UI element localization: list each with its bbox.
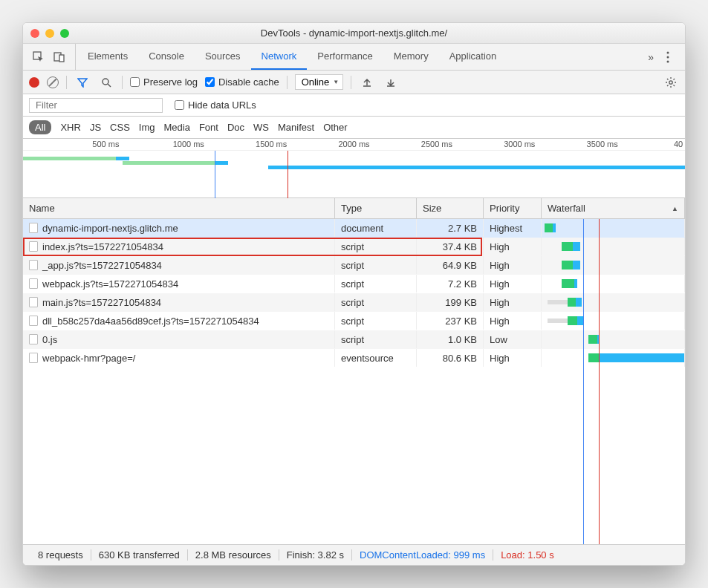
request-waterfall	[542, 238, 685, 255]
disable-cache-label: Disable cache	[218, 76, 279, 88]
filter-row: Hide data URLs	[23, 94, 685, 117]
request-type: script	[335, 238, 417, 255]
panel-tab-elements[interactable]: Elements	[77, 44, 138, 70]
request-table-header: Name Type Size Priority Waterfall▲	[23, 198, 685, 219]
request-waterfall	[542, 349, 685, 367]
type-filter-manifest[interactable]: Manifest	[278, 122, 314, 133]
panel-tab-application[interactable]: Application	[439, 44, 507, 70]
type-filter-js[interactable]: JS	[90, 122, 101, 133]
column-priority[interactable]: Priority	[484, 198, 542, 218]
type-filter-all[interactable]: All	[29, 120, 51, 134]
zoom-window-button[interactable]	[60, 29, 69, 38]
request-waterfall	[542, 219, 685, 237]
overview-bar	[23, 157, 116, 160]
request-row[interactable]: webpack-hmr?page=/eventsource80.6 KBHigh	[23, 349, 685, 368]
svg-point-5	[667, 60, 669, 62]
request-type: eventsource	[335, 349, 417, 367]
overview-bar	[268, 166, 686, 169]
request-row[interactable]: _app.js?ts=1572271054834script64.9 KBHig…	[23, 256, 685, 275]
panel-tab-network[interactable]: Network	[251, 44, 308, 70]
type-filter-font[interactable]: Font	[199, 122, 218, 133]
request-size: 80.6 KB	[417, 349, 484, 367]
type-filter-img[interactable]: Img	[139, 122, 155, 133]
request-size: 237 KB	[417, 312, 484, 330]
overview-timeline[interactable]: 500 ms1000 ms1500 ms2000 ms2500 ms3000 m…	[23, 139, 685, 198]
request-name: _app.js?ts=1572271054834	[42, 260, 162, 271]
file-icon	[29, 241, 38, 252]
type-filter-other[interactable]: Other	[323, 122, 348, 133]
request-row[interactable]: index.js?ts=1572271054834script37.4 KBHi…	[23, 238, 685, 256]
hide-data-urls-label: Hide data URLs	[188, 99, 256, 111]
request-waterfall	[542, 312, 685, 330]
more-tabs-icon[interactable]: »	[648, 51, 654, 63]
clear-icon[interactable]	[47, 76, 59, 88]
filter-input[interactable]	[29, 98, 163, 113]
throttling-select[interactable]: Online	[295, 74, 344, 90]
hide-data-urls-checkbox[interactable]: Hide data URLs	[175, 99, 256, 111]
column-name[interactable]: Name	[23, 198, 335, 218]
disable-cache-checkbox[interactable]: Disable cache	[205, 76, 279, 88]
status-load: Load: 1.50 s	[493, 549, 562, 561]
column-waterfall[interactable]: Waterfall▲	[542, 198, 685, 218]
panel-tab-memory[interactable]: Memory	[383, 44, 439, 70]
type-filter-media[interactable]: Media	[163, 122, 189, 133]
type-filter-ws[interactable]: WS	[253, 122, 269, 133]
request-priority: High	[484, 312, 542, 330]
type-filter-doc[interactable]: Doc	[227, 122, 244, 133]
ruler-tick: 500 ms	[92, 140, 119, 148]
request-size: 7.2 KB	[417, 275, 484, 293]
devtools-window: DevTools - dynamic-import-nextjs.glitch.…	[22, 22, 686, 566]
inspect-element-icon[interactable]	[30, 49, 47, 65]
request-row[interactable]: main.js?ts=1572271054834script199 KBHigh	[23, 293, 685, 312]
kebab-menu-icon[interactable]	[660, 49, 676, 65]
titlebar: DevTools - dynamic-import-nextjs.glitch.…	[23, 23, 685, 44]
close-window-button[interactable]	[30, 29, 39, 38]
panel-tab-performance[interactable]: Performance	[307, 44, 383, 70]
panel-tab-sources[interactable]: Sources	[195, 44, 251, 70]
device-toolbar-icon[interactable]	[51, 49, 68, 65]
column-type[interactable]: Type	[335, 198, 417, 218]
request-row[interactable]: dynamic-import-nextjs.glitch.medocument2…	[23, 219, 685, 238]
file-icon	[29, 353, 38, 363]
request-waterfall	[542, 275, 685, 293]
svg-point-3	[667, 51, 669, 53]
request-waterfall	[542, 293, 685, 311]
overview-dcl-line	[215, 151, 215, 198]
request-name: dll_b58c257da4aa56d89cef.js?ts=157227105…	[42, 316, 259, 327]
status-finish: Finish: 3.82 s	[279, 549, 352, 561]
request-row[interactable]: webpack.js?ts=1572271054834script7.2 KBH…	[23, 275, 685, 293]
request-table-body[interactable]: dynamic-import-nextjs.glitch.medocument2…	[23, 219, 685, 544]
column-size[interactable]: Size	[417, 198, 484, 218]
type-filter-css[interactable]: CSS	[110, 122, 130, 133]
ruler-tick: 3500 ms	[587, 140, 618, 148]
request-row[interactable]: dll_b58c257da4aa56d89cef.js?ts=157227105…	[23, 312, 685, 330]
minimize-window-button[interactable]	[45, 29, 54, 38]
svg-point-8	[669, 80, 672, 83]
window-title: DevTools - dynamic-import-nextjs.glitch.…	[30, 27, 678, 39]
search-icon[interactable]	[98, 74, 114, 91]
record-button[interactable]	[29, 77, 39, 88]
request-priority: High	[484, 275, 542, 293]
preserve-log-checkbox[interactable]: Preserve log	[130, 76, 198, 88]
overview-bar	[215, 161, 228, 165]
request-name: dynamic-import-nextjs.glitch.me	[42, 223, 178, 234]
svg-point-6	[103, 79, 108, 85]
type-filter-xhr[interactable]: XHR	[60, 122, 80, 133]
file-icon	[29, 260, 38, 270]
upload-har-icon[interactable]	[359, 74, 375, 91]
request-row[interactable]: 0.jsscript1.0 KBLow	[23, 330, 685, 349]
request-size: 64.9 KB	[417, 256, 484, 274]
ruler-tick: 40	[674, 140, 683, 148]
request-size: 199 KB	[417, 293, 484, 311]
settings-gear-icon[interactable]	[663, 74, 679, 91]
request-priority: High	[484, 238, 542, 255]
status-transferred: 630 KB transferred	[91, 549, 188, 561]
panel-tab-console[interactable]: Console	[138, 44, 195, 70]
filter-toggle-icon[interactable]	[74, 74, 91, 91]
network-toolbar: Preserve log Disable cache Online	[23, 71, 685, 94]
download-har-icon[interactable]	[383, 74, 399, 91]
ruler-tick: 1000 ms	[173, 140, 204, 148]
request-priority: Highest	[484, 219, 542, 237]
svg-rect-2	[59, 55, 64, 62]
file-icon	[29, 334, 38, 344]
